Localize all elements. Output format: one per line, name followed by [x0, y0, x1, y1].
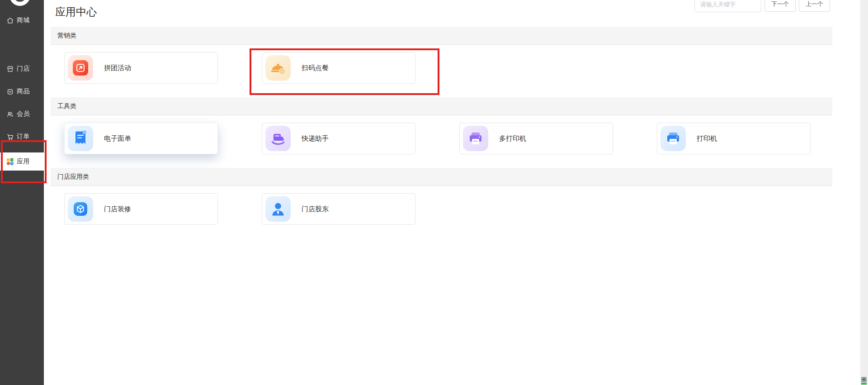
cart-icon [6, 133, 14, 141]
section-title: 门店应用类 [57, 173, 89, 181]
main-content: 下一个 上一个 应用中心 营销类 拼团活动 [44, 0, 847, 385]
app-card-label: 快递助手 [302, 134, 329, 143]
sidebar-item-label: 应用 [17, 157, 30, 166]
scroll-arrow-icon [861, 377, 867, 382]
section-title: 工具类 [57, 102, 76, 110]
sidebar-item-mall[interactable]: 商城 [0, 11, 44, 29]
app-card-label: 门店股东 [302, 205, 329, 214]
app-card-multi-printer[interactable]: 多打印机 [459, 123, 613, 154]
multi-printer-icon [463, 126, 488, 151]
store-shareholder-icon [265, 196, 291, 222]
sidebar-item-members[interactable]: 会员 [0, 105, 44, 123]
section-header-tools: 工具类 [51, 97, 832, 115]
storefront-icon [6, 65, 14, 73]
app-center-screen: 商城 门店 商品 会员 订单 [0, 0, 868, 385]
sidebar-item-label: 商品 [17, 87, 30, 95]
card-row-tools: 电子面单 快递助手 [64, 123, 832, 154]
app-card-express-helper[interactable]: 快递助手 [262, 123, 415, 154]
app-card-label: 打印机 [697, 134, 717, 143]
section-title: 营销类 [57, 32, 76, 40]
sidebar-item-label: 订单 [17, 133, 30, 141]
home-icon [6, 16, 14, 24]
sidebar-item-label: 商城 [17, 16, 30, 24]
search-input[interactable] [694, 0, 761, 12]
sidebar-item-store[interactable]: 门店 [0, 60, 44, 78]
goods-bag-icon [6, 87, 14, 95]
sidebar-item-label: 会员 [17, 110, 30, 118]
sidebar: 商城 门店 商品 会员 订单 [0, 0, 44, 385]
section-header-store-apps: 门店应用类 [51, 168, 832, 186]
card-row-store-apps: 门店装修 门店股东 [64, 193, 832, 225]
app-card-label: 门店装修 [104, 205, 131, 214]
section-header-marketing: 营销类 [51, 27, 832, 45]
app-card-group-buy[interactable]: 拼团活动 [64, 52, 218, 84]
app-card-store-decorate[interactable]: 门店装修 [64, 193, 218, 225]
prev-button[interactable]: 上一个 [799, 0, 830, 12]
avatar-image [14, 0, 26, 2]
app-card-label: 多打印机 [499, 134, 526, 143]
sidebar-item-goods[interactable]: 商品 [0, 82, 44, 100]
scroll-down-button[interactable] [861, 377, 867, 385]
scan-order-icon [265, 55, 291, 81]
sidebar-item-label: 门店 [17, 65, 30, 73]
apps-grid-icon [6, 157, 14, 166]
scrollbar-track[interactable] [860, 0, 868, 385]
app-card-e-waybill[interactable]: 电子面单 [64, 123, 218, 154]
express-helper-icon [265, 126, 291, 151]
sidebar-item-apps[interactable]: 应用 [0, 152, 44, 171]
app-card-label: 电子面单 [104, 134, 131, 143]
app-card-label: 扫码点餐 [302, 64, 329, 72]
store-decorate-icon [68, 196, 93, 222]
e-waybill-icon [68, 126, 93, 151]
printer-icon [660, 126, 686, 151]
sidebar-item-orders[interactable]: 订单 [0, 128, 44, 146]
status-green-indicator [861, 383, 867, 385]
card-row-marketing: 拼团活动 扫码点餐 [64, 52, 832, 84]
next-button[interactable]: 下一个 [764, 0, 796, 12]
app-card-label: 拼团活动 [104, 64, 131, 72]
app-card-scan-order[interactable]: 扫码点餐 [262, 52, 415, 84]
members-icon [6, 110, 14, 118]
group-buy-icon [68, 55, 93, 81]
avatar[interactable] [9, 0, 30, 6]
app-card-printer[interactable]: 打印机 [657, 123, 811, 154]
topbar: 下一个 上一个 [694, 0, 830, 12]
app-card-store-shareholder[interactable]: 门店股东 [262, 193, 415, 225]
